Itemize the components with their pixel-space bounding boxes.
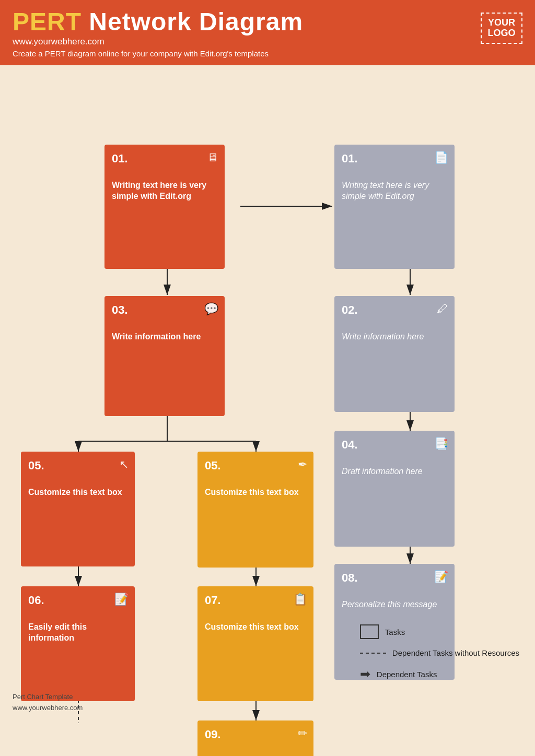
card-01-right[interactable]: 01. 📄 Writing text here is very simple w… bbox=[334, 145, 455, 269]
header-left: PERT Network Diagram www.yourwebhere.com… bbox=[13, 9, 303, 58]
card-03-body: Write information here bbox=[112, 332, 217, 342]
card-06-icon: 📝 bbox=[114, 593, 129, 606]
card-06-body: Easily edit this information bbox=[28, 622, 127, 644]
legend-tasks: Tasks bbox=[360, 624, 519, 639]
card-04-body: Draft information here bbox=[342, 466, 447, 477]
card-08-number: 08. bbox=[342, 571, 447, 585]
legend-tasks-box bbox=[360, 624, 379, 639]
page-header: PERT Network Diagram www.yourwebhere.com… bbox=[0, 0, 535, 65]
card-02-body: Write information here bbox=[342, 332, 447, 342]
card-05-left-icon: ↖ bbox=[119, 458, 129, 471]
footer-line2: www.yourwebhere.com bbox=[13, 703, 83, 714]
page-title: PERT Network Diagram bbox=[13, 9, 303, 34]
title-pert: PERT bbox=[13, 8, 82, 36]
card-07-icon: 📋 bbox=[293, 593, 307, 606]
card-01-right-icon: 📄 bbox=[434, 151, 448, 164]
card-02[interactable]: 02. 🖊 Write information here bbox=[334, 296, 455, 412]
legend-dependent-arrow-label: Dependent Tasks bbox=[377, 670, 437, 679]
card-05-left[interactable]: 05. ↖ Customize this text box bbox=[21, 452, 135, 566]
card-01-left-number: 01. bbox=[112, 152, 217, 166]
legend-dependent-dashed-label: Dependent Tasks without Resources bbox=[392, 648, 519, 657]
card-04-number: 04. bbox=[342, 438, 447, 452]
logo-box: YOURLOGO bbox=[481, 13, 522, 44]
legend-dashed-line bbox=[360, 653, 386, 654]
footer-line1: Pert Chart Template bbox=[13, 692, 83, 703]
card-02-number: 02. bbox=[342, 303, 447, 317]
card-07-body: Customize this text box bbox=[205, 622, 306, 633]
card-08-icon: 📝 bbox=[434, 570, 448, 584]
card-01-right-number: 01. bbox=[342, 152, 447, 166]
header-url: www.yourwebhere.com bbox=[13, 37, 303, 47]
card-09-number: 09. bbox=[205, 728, 306, 741]
card-04-icon: 📑 bbox=[434, 437, 448, 451]
card-01-right-body: Writing text here is very simple with Ed… bbox=[342, 180, 447, 202]
card-04[interactable]: 04. 📑 Draft information here bbox=[334, 431, 455, 547]
arrow-icon: ➡ bbox=[360, 667, 370, 681]
header-subtitle: Create a PERT diagram online for your co… bbox=[13, 49, 303, 58]
card-05-left-body: Customize this text box bbox=[28, 487, 127, 498]
legend: Tasks Dependent Tasks without Resources … bbox=[360, 624, 519, 681]
legend-tasks-label: Tasks bbox=[385, 628, 405, 636]
title-rest: Network Diagram bbox=[82, 8, 303, 36]
card-05-left-number: 05. bbox=[28, 459, 127, 473]
card-03-number: 03. bbox=[112, 303, 217, 317]
card-05-mid-number: 05. bbox=[205, 459, 306, 473]
card-03[interactable]: 03. 💬 Write information here bbox=[104, 296, 225, 416]
legend-dependent-arrow: ➡ Dependent Tasks bbox=[360, 667, 519, 681]
card-01-left-icon: 🖥 bbox=[207, 151, 218, 164]
card-05-mid-icon: ✒ bbox=[298, 458, 307, 471]
card-09-icon: ✏ bbox=[298, 727, 307, 740]
card-05-mid[interactable]: 05. ✒ Customize this text box bbox=[197, 452, 313, 568]
card-05-mid-body: Customize this text box bbox=[205, 487, 306, 498]
card-07-number: 07. bbox=[205, 594, 306, 607]
card-07[interactable]: 07. 📋 Customize this text box bbox=[197, 586, 313, 701]
footer: Pert Chart Template www.yourwebhere.com bbox=[13, 692, 83, 714]
card-01-left-body: Writing text here is very simple with Ed… bbox=[112, 180, 217, 202]
card-08-body: Personalize this message bbox=[342, 599, 447, 610]
diagram-area: 01. 🖥 Writing text here is very simple w… bbox=[0, 65, 535, 723]
card-02-icon: 🖊 bbox=[437, 302, 448, 316]
card-03-icon: 💬 bbox=[204, 302, 218, 316]
card-06[interactable]: 06. 📝 Easily edit this information bbox=[21, 586, 135, 701]
card-06-number: 06. bbox=[28, 594, 127, 607]
card-09[interactable]: 09. ✏ Write information here for your te… bbox=[197, 720, 313, 756]
legend-dependent-dashed: Dependent Tasks without Resources bbox=[360, 648, 519, 657]
card-01-left[interactable]: 01. 🖥 Writing text here is very simple w… bbox=[104, 145, 225, 269]
